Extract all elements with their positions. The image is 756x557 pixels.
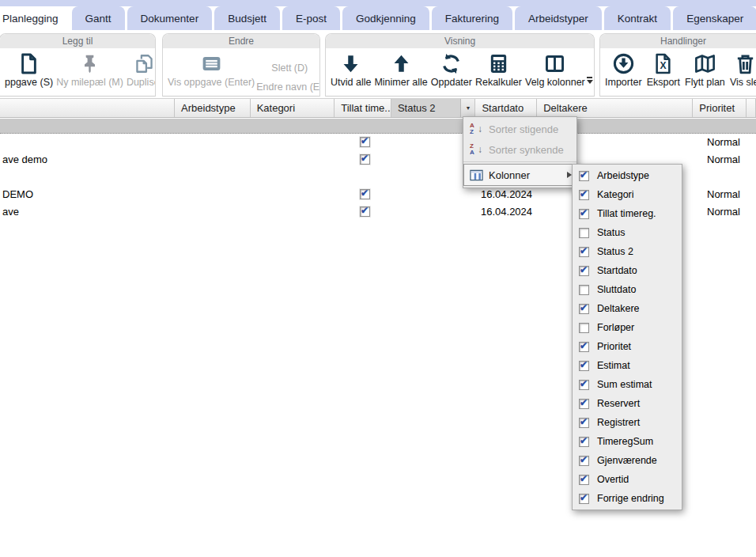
- column-toggle-forrige-endring[interactable]: Forrige endring: [573, 489, 682, 508]
- button-label: Eksport: [647, 77, 680, 88]
- minimer-alle-button[interactable]: Minimer alle: [372, 52, 429, 88]
- tab-kontrakt[interactable]: Kontrakt: [604, 6, 671, 30]
- column-toggle-prioritet[interactable]: Prioritet: [573, 337, 682, 356]
- tab-gantt[interactable]: Gantt: [72, 6, 125, 30]
- tab-fakturering[interactable]: Fakturering: [432, 6, 512, 30]
- sort-descending-icon: ZA↓: [468, 143, 484, 156]
- column-toggle-registrert[interactable]: Registrert: [573, 413, 682, 432]
- allow-time-checkbox[interactable]: [360, 207, 370, 217]
- ribbon-group-title: Handlinger: [600, 34, 756, 48]
- task-name-cell: ave: [2, 206, 19, 218]
- tab-egenskaper[interactable]: Egenskaper: [673, 6, 756, 30]
- button-label: Vis slet: [730, 77, 756, 88]
- rekalkuler-button[interactable]: Rekalkuler: [474, 52, 524, 88]
- column-toggle-forloper[interactable]: Forløper: [573, 318, 682, 337]
- checkbox-icon[interactable]: [579, 399, 589, 409]
- import-icon: [612, 52, 635, 75]
- column-header-empty[interactable]: [0, 99, 175, 117]
- menu-separator: [463, 161, 576, 162]
- pin-icon: [78, 52, 101, 75]
- column-filter-dropdown-icon[interactable]: ▼: [460, 99, 474, 117]
- checkbox-icon[interactable]: [579, 171, 589, 181]
- column-header-prioritet[interactable]: Prioritet: [693, 99, 747, 117]
- column-toggle-reservert[interactable]: Reservert: [573, 394, 682, 413]
- column-toggle-overtid[interactable]: Overtid: [573, 470, 682, 489]
- column-header-kategori[interactable]: Kategori: [251, 99, 335, 117]
- column-toggle-gjenvaerende[interactable]: Gjenværende: [573, 451, 682, 470]
- menu-item-label: Kolonner: [489, 169, 530, 181]
- column-header-arbeidstype[interactable]: Arbeidstype: [175, 99, 251, 117]
- ribbon-group-visning: VisningUtvid alleMinimer alleOppdaterRek…: [325, 33, 595, 97]
- checkbox-icon[interactable]: [579, 437, 589, 447]
- checkbox-icon[interactable]: [579, 209, 589, 219]
- oppdater-button[interactable]: Oppdater: [429, 52, 474, 88]
- ribbon-group-title: Legg til: [0, 34, 155, 48]
- checkbox-icon[interactable]: [579, 494, 589, 504]
- tab-dokumenter[interactable]: Dokumenter: [127, 6, 213, 30]
- checkbox-icon[interactable]: [579, 247, 589, 257]
- prioritet-cell: Normal: [707, 188, 740, 200]
- column-toggle-label: Sluttdato: [597, 284, 636, 295]
- checkbox-icon[interactable]: [579, 342, 589, 352]
- tab-planlegging[interactable]: Planlegging: [0, 6, 70, 30]
- vis-slet-button[interactable]: Vis slet: [728, 52, 756, 88]
- allow-time-checkbox[interactable]: [360, 137, 370, 147]
- velg-kolonner-dropdown-icon[interactable]: [587, 77, 593, 84]
- column-toggle-label: Sum estimat: [597, 379, 652, 390]
- checkbox-icon[interactable]: [579, 285, 589, 295]
- ribbon-group-body: ImporterXEksportFlytt planVis slet: [600, 48, 756, 88]
- tab-budsjett[interactable]: Budsjett: [214, 6, 280, 30]
- allow-time-checkbox[interactable]: [360, 189, 370, 199]
- column-toggle-arbeidstype[interactable]: Arbeidstype: [573, 166, 682, 185]
- utvid-alle-button[interactable]: Utvid alle: [329, 52, 372, 88]
- column-header-empty[interactable]: [747, 99, 756, 117]
- startdato-cell: 16.04.2024: [481, 206, 532, 218]
- column-toggle-status-2[interactable]: Status 2: [573, 242, 682, 261]
- table-row[interactable]: Normal: [0, 134, 756, 151]
- checkbox-icon[interactable]: [579, 475, 589, 485]
- checkbox-icon[interactable]: [579, 418, 589, 428]
- column-toggle-label: Reservert: [597, 398, 640, 409]
- menu-item-kolonner[interactable]: Kolonner: [463, 164, 576, 186]
- checkbox-icon[interactable]: [579, 456, 589, 466]
- sort-ascending-icon: AZ↓: [468, 123, 484, 135]
- checkbox-icon[interactable]: [579, 323, 589, 333]
- eksport-button[interactable]: XEksport: [645, 52, 682, 88]
- ribbon-toolbar: Legg tilppgave (S)Ny milepæl (M)Dupliser…: [0, 30, 756, 97]
- prioritet-cell: Normal: [707, 206, 740, 218]
- ribbon-tab-bar: PlanleggingGanttDokumenterBudsjettE-post…: [0, 6, 756, 30]
- column-toggle-sluttdato[interactable]: Sluttdato: [573, 280, 682, 299]
- column-header-tillat-time[interactable]: Tillat time...: [335, 99, 391, 117]
- checkbox-icon[interactable]: [579, 304, 589, 314]
- column-toggle-deltakere[interactable]: Deltakere: [573, 299, 682, 318]
- column-toggle-kategori[interactable]: Kategori: [573, 185, 682, 204]
- ribbon-group-handlinger: HandlingerImporterXEksportFlytt planVis …: [599, 33, 756, 97]
- checkbox-icon[interactable]: [579, 266, 589, 276]
- column-toggle-startdato[interactable]: Startdato: [573, 261, 682, 280]
- column-toggle-estimat[interactable]: Estimat: [573, 356, 682, 375]
- column-toggle-label: Forløper: [597, 322, 634, 333]
- column-toggle-label: Estimat: [597, 360, 630, 371]
- tab-godkjenning[interactable]: Godkjenning: [342, 6, 429, 30]
- checkbox-icon[interactable]: [579, 190, 589, 200]
- allow-time-checkbox[interactable]: [360, 154, 370, 165]
- tab-e-post[interactable]: E-post: [282, 6, 340, 30]
- summary-row[interactable]: [0, 119, 756, 134]
- column-toggle-tillat-timereg[interactable]: Tillat timereg.: [573, 204, 682, 223]
- velg-kolonner-button[interactable]: Velg kolonner: [524, 52, 587, 88]
- column-header-deltakere[interactable]: Deltakere: [537, 99, 693, 117]
- button-label: Dupliser: [127, 77, 156, 88]
- checkbox-icon[interactable]: [579, 380, 589, 390]
- column-header-startdato[interactable]: Startdato: [475, 99, 537, 117]
- checkbox-icon[interactable]: [579, 361, 589, 371]
- tab-arbeidstyper[interactable]: Arbeidstyper: [515, 6, 602, 30]
- column-header-status-2[interactable]: Status 2▼: [391, 99, 476, 117]
- flytt-plan-button[interactable]: Flytt plan: [683, 52, 727, 88]
- importer-button[interactable]: Importer: [603, 52, 644, 88]
- ppgave-s-button[interactable]: ppgave (S): [3, 52, 55, 88]
- column-toggle-status[interactable]: Status: [573, 223, 682, 242]
- column-toggle-sum-estimat[interactable]: Sum estimat: [573, 375, 682, 394]
- ribbon-group-body: Vis oppgave (Enter)Slett (D)Endre navn (…: [163, 48, 319, 93]
- checkbox-icon[interactable]: [579, 228, 589, 238]
- column-toggle-timeregsum[interactable]: TimeregSum: [573, 432, 682, 451]
